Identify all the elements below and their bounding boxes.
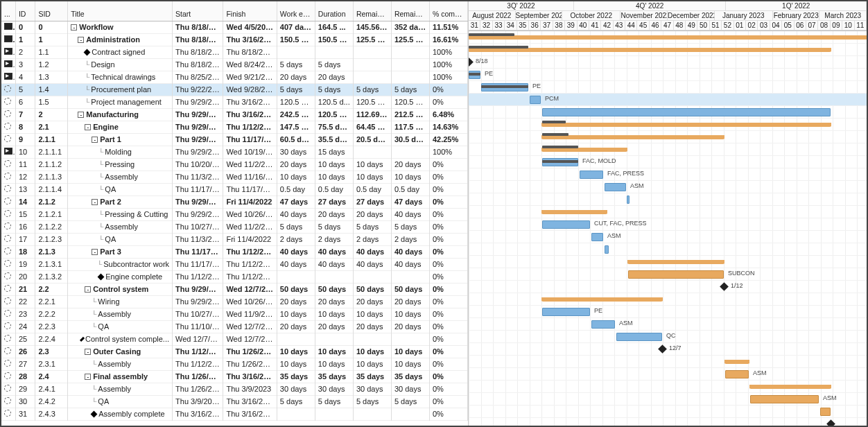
- expand-toggle[interactable]: -: [92, 137, 98, 143]
- table-row[interactable]: 312.4.3Assembly completeThu 3/16/2023Thu…: [1, 408, 468, 420]
- gantt-task-bar[interactable]: [605, 183, 626, 191]
- table-row[interactable]: 232.2.2└AssemblyThu 10/27/2022Wed 11/9/2…: [1, 308, 468, 320]
- table-row[interactable]: 61.5└Project managementThu 9/29/2022Thu …: [1, 96, 468, 108]
- gantt-summary-bar[interactable]: [542, 123, 831, 127]
- gantt-task-bar[interactable]: [580, 171, 603, 179]
- table-row[interactable]: 192.1.3.1└Subcontractor workThu 11/17/20…: [1, 258, 468, 270]
- table-row[interactable]: 92.1.1-Part 1Thu 9/29/2022Thu 11/17/2022…: [1, 133, 468, 146]
- gantt-row[interactable]: [469, 243, 867, 256]
- gantt-row[interactable]: SUBCON: [469, 268, 867, 281]
- expand-toggle[interactable]: -: [85, 374, 91, 380]
- gantt-body[interactable]: 8/18PEPEPCMFAC, MOLDFAC, PRESSASMCUT, FA…: [469, 31, 867, 426]
- gantt-milestone[interactable]: [720, 282, 729, 291]
- gantt-row[interactable]: [469, 193, 867, 206]
- col-finish[interactable]: Finish: [223, 1, 277, 21]
- gantt-milestone[interactable]: [469, 58, 474, 67]
- gantt-row[interactable]: [469, 119, 867, 131]
- col-remaining-work[interactable]: Remaining work: [391, 1, 429, 21]
- table-row[interactable]: 51.4└Procurement planThu 9/22/2022Wed 9/…: [1, 83, 468, 96]
- table-row[interactable]: 41.3└Technical drawingsThu 8/25/2022Wed …: [1, 71, 468, 83]
- gantt-task-bar[interactable]: [530, 96, 541, 104]
- gantt-row[interactable]: [469, 131, 867, 143]
- table-row[interactable]: 82.1-EngineThu 9/29/2022Thu 1/12/2023147…: [1, 121, 468, 133]
- table-row[interactable]: 292.4.1└AssemblyThu 1/26/2023Thu 3/9/202…: [1, 383, 468, 395]
- table-row[interactable]: 21.1Contract signedThu 8/18/2022Thu 8/18…: [1, 46, 468, 58]
- gantt-chart[interactable]: 3Q' 20224Q' 20221Q' 2022 August 2022Sept…: [469, 1, 867, 426]
- col-indicator[interactable]: ...: [1, 1, 15, 21]
- gantt-row[interactable]: [469, 356, 867, 368]
- expand-toggle[interactable]: -: [71, 24, 77, 31]
- gantt-task-bar[interactable]: [591, 233, 603, 241]
- gantt-task-bar[interactable]: [591, 320, 615, 329]
- gantt-row[interactable]: ASM: [469, 181, 867, 193]
- gantt-row[interactable]: [469, 381, 867, 393]
- gantt-row[interactable]: [469, 293, 867, 306]
- table-row[interactable]: 282.4-Final assemblyThu 1/26/2023Thu 3/1…: [1, 370, 468, 383]
- gantt-task-bar[interactable]: [605, 245, 609, 254]
- table-row[interactable]: 202.1.3.2Engine completeThu 1/12/2023Thu…: [1, 270, 468, 283]
- expand-toggle[interactable]: -: [85, 124, 91, 130]
- col-sid[interactable]: SID: [35, 1, 68, 21]
- gantt-summary-bar[interactable]: [542, 297, 662, 302]
- col-work-estimate[interactable]: Work estimate: [277, 1, 315, 21]
- gantt-milestone[interactable]: [658, 345, 667, 354]
- gantt-task-bar[interactable]: [627, 195, 630, 204]
- col-title[interactable]: Title: [68, 1, 173, 21]
- expand-toggle[interactable]: -: [78, 37, 84, 43]
- gantt-task-bar[interactable]: [628, 270, 724, 279]
- gantt-summary-bar[interactable]: [469, 35, 867, 40]
- table-row[interactable]: 252.2.4Control system comple...Wed 12/7/…: [1, 333, 468, 345]
- gantt-task-bar[interactable]: [542, 108, 831, 116]
- gantt-task-bar[interactable]: [542, 308, 590, 316]
- gantt-row[interactable]: [469, 143, 867, 156]
- table-row[interactable]: 112.1.1.2└PressingThu 10/20/2022Wed 11/2…: [1, 158, 468, 171]
- gantt-row[interactable]: ASM: [469, 393, 867, 406]
- gantt-row[interactable]: [469, 206, 867, 218]
- table-row[interactable]: 302.4.2└QAThu 3/9/2023Thu 3/16/20235 day…: [1, 395, 468, 408]
- gantt-row[interactable]: FAC, PRESS: [469, 168, 867, 181]
- gantt-row[interactable]: PE: [469, 69, 867, 81]
- gantt-row[interactable]: ASM: [469, 368, 867, 381]
- table-row[interactable]: 152.1.2.1└Pressing & CuttingThu 9/29/202…: [1, 208, 468, 220]
- col-start[interactable]: Start: [173, 1, 223, 21]
- expand-toggle[interactable]: -: [92, 199, 98, 205]
- expand-toggle[interactable]: -: [85, 349, 91, 355]
- table-row[interactable]: 31.2└DesignThu 8/18/2022Wed 8/24/20225 d…: [1, 58, 468, 71]
- table-row[interactable]: 222.2.1└WiringThu 9/29/2022Wed 10/26/202…: [1, 295, 468, 308]
- gantt-row[interactable]: FAC, MOLD: [469, 156, 867, 168]
- gantt-row[interactable]: PCM: [469, 94, 867, 106]
- gantt-task-bar[interactable]: [750, 395, 819, 403]
- table-row[interactable]: 122.1.1.3└AssemblyThu 11/3/2022Wed 11/16…: [1, 171, 468, 183]
- gantt-summary-bar[interactable]: [542, 135, 724, 139]
- table-row[interactable]: 242.2.3└QAThu 11/10/2022Wed 12/7/202220 …: [1, 320, 468, 333]
- gantt-summary-bar[interactable]: [542, 210, 607, 214]
- gantt-row[interactable]: [469, 31, 867, 44]
- gantt-row[interactable]: [469, 256, 867, 268]
- gantt-task-bar[interactable]: [542, 220, 590, 229]
- expand-toggle[interactable]: -: [85, 286, 91, 293]
- gantt-row[interactable]: [469, 406, 867, 418]
- table-row[interactable]: 102.1.1.1└MoldingThu 9/29/2022Wed 10/19/…: [1, 146, 468, 158]
- col-duration[interactable]: Duration: [315, 1, 353, 21]
- gantt-summary-bar[interactable]: [725, 360, 749, 364]
- table-row[interactable]: 11-AdministrationThu 8/18/2022Thu 3/16/2…: [1, 33, 468, 46]
- table-row[interactable]: 142.1.2-Part 2Thu 9/29/2022Fri 11/4/2022…: [1, 195, 468, 208]
- table-row[interactable]: 212.2-Control systemThu 9/29/2022Wed 12/…: [1, 283, 468, 295]
- gantt-row[interactable]: PE: [469, 81, 867, 94]
- expand-toggle[interactable]: -: [92, 249, 98, 255]
- gantt-row[interactable]: CUT, FAC, PRESS: [469, 218, 867, 231]
- gantt-row[interactable]: ASM: [469, 318, 867, 331]
- gantt-row[interactable]: [469, 418, 867, 426]
- gantt-task-bar[interactable]: [725, 370, 749, 378]
- gantt-milestone[interactable]: [826, 419, 835, 426]
- expand-toggle[interactable]: -: [78, 112, 84, 118]
- gantt-row[interactable]: 8/18: [469, 56, 867, 69]
- gantt-row[interactable]: 1/12: [469, 281, 867, 293]
- table-row[interactable]: 00-WorkflowThu 8/18/2022Wed 4/5/2023407 …: [1, 21, 468, 33]
- table-row[interactable]: 162.1.2.2└AssemblyThu 10/27/2022Wed 11/2…: [1, 220, 468, 233]
- col-pct-completed[interactable]: % completed: [429, 1, 467, 21]
- table-row[interactable]: 72-ManufacturingThu 9/29/2022Thu 3/16/20…: [1, 108, 468, 121]
- gantt-row[interactable]: ASM: [469, 231, 867, 243]
- gantt-row[interactable]: [469, 106, 867, 119]
- gantt-task-bar[interactable]: [616, 333, 662, 341]
